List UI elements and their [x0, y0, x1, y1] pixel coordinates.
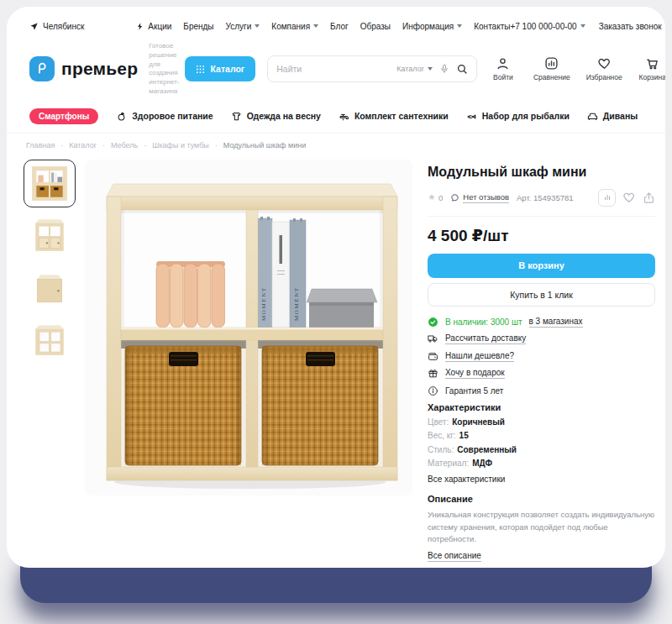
breadcrumb-cabinets[interactable]: Шкафы и тумбы	[152, 141, 209, 149]
nav-item-blog[interactable]: Блог	[330, 22, 349, 31]
spec-row-style: Стиль:Современный	[428, 445, 655, 454]
chevron-down-icon	[313, 24, 318, 28]
chevron-down-icon	[580, 24, 585, 28]
spec-row-weight: Вес, кг:15	[428, 431, 655, 440]
thumbnail-2[interactable]	[24, 212, 76, 260]
catalog-button[interactable]: Каталог	[185, 56, 256, 81]
cheaper-row: Нашли дешевле?	[428, 351, 655, 362]
nav-item-contacts[interactable]: Контакты	[474, 22, 510, 31]
category-healthy-food[interactable]: Здоровое питание	[116, 111, 213, 122]
thumbnail-1[interactable]	[24, 160, 76, 207]
header-actions: Войти Сравнение Из	[489, 56, 665, 81]
gallery-thumbnails	[24, 160, 77, 568]
page: Челябинск Акции Бренды Услуги Компания Б…	[0, 0, 672, 624]
stores-link[interactable]: в 3 магазинах	[529, 317, 583, 328]
phone-number[interactable]: +7 100 000-00-00	[510, 22, 585, 31]
cart-icon	[645, 56, 659, 71]
lightning-icon	[136, 22, 144, 31]
search-scope-selector[interactable]: Каталог	[396, 65, 433, 73]
gift-icon	[428, 368, 438, 379]
product-section: MOMENT MOMENT	[7, 156, 665, 568]
search-input[interactable]	[276, 64, 390, 74]
info-circle-icon	[428, 385, 438, 396]
product-actions	[598, 189, 655, 207]
fish-icon	[466, 111, 477, 122]
category-spring-clothes[interactable]: Одежда на весну	[231, 111, 321, 122]
chevron-down-icon	[428, 67, 433, 71]
search-bar: Каталог	[267, 55, 477, 82]
logo-icon	[29, 56, 55, 81]
topbar-nav: Акции Бренды Услуги Компания Блог Образы…	[136, 22, 510, 31]
logo[interactable]: премьер	[29, 56, 138, 81]
add-to-cart-button[interactable]: В корзину	[428, 254, 655, 278]
all-specs-link[interactable]: Все характеристики	[428, 475, 505, 484]
city-selector[interactable]: Челябинск	[29, 22, 84, 31]
nav-item-looks[interactable]: Образы	[360, 22, 391, 31]
all-description-link[interactable]: Все описание	[428, 551, 481, 562]
site-card: Челябинск Акции Бренды Услуги Компания Б…	[7, 7, 665, 568]
check-circle-icon	[428, 317, 438, 328]
breadcrumb-home[interactable]: Главная	[26, 141, 55, 149]
header: премьер Готовое решение для создания инт…	[7, 32, 665, 102]
truck-icon	[428, 333, 438, 344]
gift-link[interactable]: Хочу в подарок	[445, 368, 505, 379]
storage-box	[307, 289, 377, 328]
found-cheaper-link[interactable]: Нашли дешевле?	[445, 351, 514, 362]
thumbnail-4[interactable]	[24, 316, 76, 364]
thumbnail-3[interactable]	[24, 264, 76, 312]
nav-item-brands[interactable]: Бренды	[183, 22, 213, 31]
heart-icon[interactable]	[622, 191, 636, 204]
category-sofas[interactable]: Диваны	[587, 111, 638, 122]
wicker-basket-left	[125, 346, 241, 465]
product-info: Модульный шкаф мини 0 Нет отзывов	[420, 160, 655, 568]
warranty-row: Гарантия 5 лет	[428, 385, 655, 396]
book-spine-text: MOMENT	[293, 286, 300, 321]
favorites-button[interactable]: Избранное	[586, 56, 622, 81]
microphone-icon[interactable]	[439, 64, 449, 74]
description-text: Уникальная конструкция позволяет создать…	[428, 509, 655, 545]
delivery-link[interactable]: Рассчитать доставку	[445, 333, 526, 344]
heart-icon	[597, 56, 612, 71]
compare-button[interactable]: Сравнение	[533, 56, 570, 81]
header-tagline: Готовое решение для создания интернет-ма…	[149, 42, 179, 97]
sofa-icon	[587, 111, 598, 122]
delivery-row: Рассчитать доставку	[428, 333, 655, 344]
compare-icon[interactable]	[598, 189, 616, 207]
category-pill-smartphones[interactable]: Смартфоны	[29, 108, 98, 124]
star-icon	[428, 193, 436, 202]
spec-row-color: Цвет:Коричневый	[428, 417, 655, 427]
reviews-link[interactable]: Нет отзывов	[450, 192, 509, 203]
apple-icon	[116, 111, 127, 122]
nav-item-promos[interactable]: Акции	[136, 22, 171, 31]
grid-icon	[196, 65, 205, 74]
topbar: Челябинск Акции Бренды Услуги Компания Б…	[7, 7, 665, 32]
product-image[interactable]: MOMENT MOMENT	[85, 160, 412, 496]
nav-item-info[interactable]: Информация	[402, 22, 462, 31]
nav-item-services[interactable]: Услуги	[226, 22, 260, 31]
product-sku: Арт. 154935781	[517, 193, 574, 202]
faucet-icon	[339, 111, 349, 122]
gift-row: Хочу в подарок	[428, 368, 655, 379]
specs-title: Характеристики	[428, 402, 655, 412]
shelf-illustration: MOMENT MOMENT	[85, 160, 412, 496]
search-icon[interactable]	[456, 63, 468, 75]
breadcrumb-catalog[interactable]: Каталог	[69, 141, 97, 149]
buy-one-click-button[interactable]: Купить в 1 клик	[428, 283, 655, 307]
user-icon	[496, 56, 510, 71]
product-meta: 0 Нет отзывов Арт. 154935781	[428, 189, 655, 217]
login-button[interactable]: Войти	[489, 56, 517, 81]
nav-item-company[interactable]: Компания	[271, 22, 318, 31]
category-fishing-set[interactable]: Набор для рыбалки	[466, 111, 570, 122]
product-title: Модульный шкаф мини	[428, 165, 655, 180]
description-section: Описание Уникальная конструкция позволяе…	[428, 494, 655, 562]
category-plumbing-kit[interactable]: Комплект сантехники	[339, 111, 449, 122]
rating: 0	[428, 193, 443, 202]
description-title: Описание	[428, 494, 655, 504]
wallet-icon	[428, 351, 438, 362]
stock-status: В наличии: 3000 шт	[445, 317, 522, 327]
compare-icon	[544, 56, 559, 71]
cart-button[interactable]: Корзина	[638, 56, 665, 81]
callback-link[interactable]: Заказать звонок	[599, 22, 662, 31]
share-icon[interactable]	[643, 191, 655, 204]
breadcrumb-furniture[interactable]: Мебель	[111, 141, 138, 149]
